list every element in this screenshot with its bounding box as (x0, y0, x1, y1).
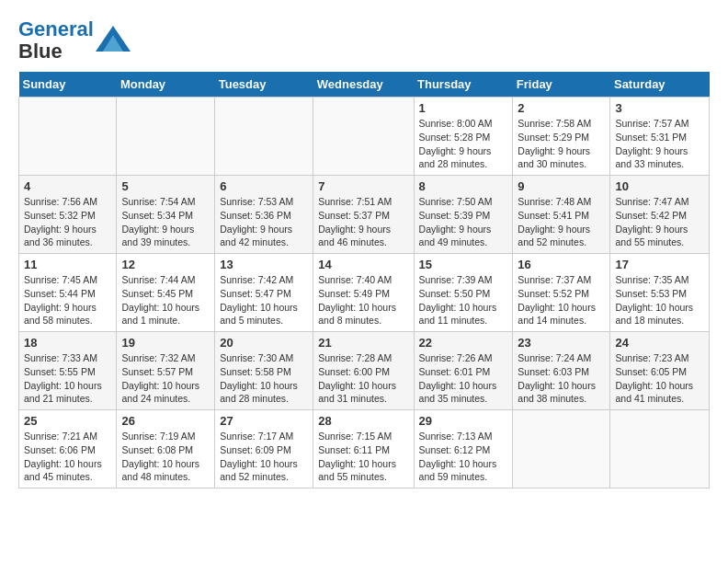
day-info: Sunrise: 7:42 AM Sunset: 5:47 PM Dayligh… (220, 273, 308, 327)
calendar-cell: 1Sunrise: 8:00 AM Sunset: 5:28 PM Daylig… (414, 98, 513, 176)
calendar-cell: 29Sunrise: 7:13 AM Sunset: 6:12 PM Dayli… (414, 410, 513, 488)
calendar-cell: 3Sunrise: 7:57 AM Sunset: 5:31 PM Daylig… (610, 98, 710, 176)
calendar-cell: 11Sunrise: 7:45 AM Sunset: 5:44 PM Dayli… (19, 254, 117, 332)
day-info: Sunrise: 7:47 AM Sunset: 5:42 PM Dayligh… (615, 195, 704, 249)
day-info: Sunrise: 7:37 AM Sunset: 5:52 PM Dayligh… (518, 273, 605, 327)
calendar-cell: 7Sunrise: 7:51 AM Sunset: 5:37 PM Daylig… (313, 176, 414, 254)
column-header-monday: Monday (117, 72, 215, 98)
day-info: Sunrise: 7:32 AM Sunset: 5:57 PM Dayligh… (121, 351, 210, 406)
logo: General Blue (18, 18, 131, 63)
day-info: Sunrise: 7:39 AM Sunset: 5:50 PM Dayligh… (419, 273, 508, 327)
page-header: General Blue (18, 18, 710, 63)
calendar-cell: 21Sunrise: 7:28 AM Sunset: 6:00 PM Dayli… (313, 332, 414, 410)
day-info: Sunrise: 7:17 AM Sunset: 6:09 PM Dayligh… (220, 430, 308, 484)
day-number: 20 (220, 336, 308, 350)
day-number: 16 (518, 258, 605, 271)
column-header-tuesday: Tuesday (215, 72, 313, 98)
day-info: Sunrise: 7:57 AM Sunset: 5:31 PM Dayligh… (615, 117, 704, 171)
day-info: Sunrise: 7:50 AM Sunset: 5:39 PM Dayligh… (419, 195, 508, 249)
logo-icon (96, 26, 131, 52)
day-number: 12 (121, 258, 210, 271)
day-info: Sunrise: 8:00 AM Sunset: 5:28 PM Dayligh… (419, 117, 508, 171)
calendar-cell: 6Sunrise: 7:53 AM Sunset: 5:36 PM Daylig… (215, 176, 313, 254)
column-header-wednesday: Wednesday (313, 72, 414, 98)
calendar-cell: 15Sunrise: 7:39 AM Sunset: 5:50 PM Dayli… (414, 254, 513, 332)
calendar-cell (19, 98, 117, 176)
day-number: 15 (419, 258, 508, 271)
column-header-friday: Friday (513, 72, 610, 98)
calendar-cell: 4Sunrise: 7:56 AM Sunset: 5:32 PM Daylig… (19, 176, 117, 254)
day-number: 27 (220, 414, 308, 428)
calendar-cell (313, 98, 414, 176)
day-number: 4 (24, 179, 111, 193)
day-info: Sunrise: 7:21 AM Sunset: 6:06 PM Dayligh… (24, 430, 111, 484)
calendar-table: SundayMondayTuesdayWednesdayThursdayFrid… (18, 72, 710, 488)
day-info: Sunrise: 7:51 AM Sunset: 5:37 PM Dayligh… (318, 195, 408, 249)
day-number: 11 (24, 258, 111, 271)
column-header-sunday: Sunday (19, 72, 117, 98)
day-info: Sunrise: 7:35 AM Sunset: 5:53 PM Dayligh… (615, 273, 704, 327)
calendar-cell: 28Sunrise: 7:15 AM Sunset: 6:11 PM Dayli… (313, 410, 414, 488)
day-number: 25 (24, 414, 111, 428)
day-number: 14 (318, 258, 408, 271)
column-header-thursday: Thursday (414, 72, 513, 98)
day-number: 17 (615, 258, 704, 271)
calendar-cell: 19Sunrise: 7:32 AM Sunset: 5:57 PM Dayli… (117, 332, 215, 410)
calendar-cell: 17Sunrise: 7:35 AM Sunset: 5:53 PM Dayli… (610, 254, 710, 332)
day-info: Sunrise: 7:56 AM Sunset: 5:32 PM Dayligh… (24, 195, 111, 249)
calendar-cell: 20Sunrise: 7:30 AM Sunset: 5:58 PM Dayli… (215, 332, 313, 410)
day-number: 28 (318, 414, 408, 428)
calendar-cell (513, 410, 610, 488)
day-number: 6 (220, 179, 308, 193)
day-number: 5 (121, 179, 210, 193)
day-info: Sunrise: 7:44 AM Sunset: 5:45 PM Dayligh… (121, 273, 210, 327)
calendar-cell: 8Sunrise: 7:50 AM Sunset: 5:39 PM Daylig… (414, 176, 513, 254)
day-number: 24 (615, 336, 704, 350)
calendar-cell: 12Sunrise: 7:44 AM Sunset: 5:45 PM Dayli… (117, 254, 215, 332)
day-info: Sunrise: 7:24 AM Sunset: 6:03 PM Dayligh… (518, 351, 605, 406)
day-number: 19 (121, 336, 210, 350)
calendar-cell: 26Sunrise: 7:19 AM Sunset: 6:08 PM Dayli… (117, 410, 215, 488)
calendar-week-row: 18Sunrise: 7:33 AM Sunset: 5:55 PM Dayli… (19, 332, 710, 410)
day-info: Sunrise: 7:13 AM Sunset: 6:12 PM Dayligh… (419, 430, 508, 484)
day-info: Sunrise: 7:30 AM Sunset: 5:58 PM Dayligh… (220, 351, 308, 406)
calendar-cell: 24Sunrise: 7:23 AM Sunset: 6:05 PM Dayli… (610, 332, 710, 410)
calendar-week-row: 1Sunrise: 8:00 AM Sunset: 5:28 PM Daylig… (19, 98, 710, 176)
day-info: Sunrise: 7:58 AM Sunset: 5:29 PM Dayligh… (518, 117, 605, 171)
day-number: 23 (518, 336, 605, 350)
day-info: Sunrise: 7:40 AM Sunset: 5:49 PM Dayligh… (318, 273, 408, 327)
day-number: 10 (615, 179, 704, 193)
day-number: 8 (419, 179, 508, 193)
calendar-cell: 9Sunrise: 7:48 AM Sunset: 5:41 PM Daylig… (513, 176, 610, 254)
calendar-header-row: SundayMondayTuesdayWednesdayThursdayFrid… (19, 72, 710, 98)
calendar-cell: 22Sunrise: 7:26 AM Sunset: 6:01 PM Dayli… (414, 332, 513, 410)
day-info: Sunrise: 7:19 AM Sunset: 6:08 PM Dayligh… (121, 430, 210, 484)
day-number: 13 (220, 258, 308, 271)
calendar-cell: 2Sunrise: 7:58 AM Sunset: 5:29 PM Daylig… (513, 98, 610, 176)
calendar-cell: 10Sunrise: 7:47 AM Sunset: 5:42 PM Dayli… (610, 176, 710, 254)
day-info: Sunrise: 7:33 AM Sunset: 5:55 PM Dayligh… (24, 351, 111, 406)
day-number: 26 (121, 414, 210, 428)
calendar-cell: 27Sunrise: 7:17 AM Sunset: 6:09 PM Dayli… (215, 410, 313, 488)
logo-text: General Blue (18, 18, 94, 63)
calendar-cell: 14Sunrise: 7:40 AM Sunset: 5:49 PM Dayli… (313, 254, 414, 332)
day-number: 22 (419, 336, 508, 350)
day-number: 18 (24, 336, 111, 350)
day-number: 1 (419, 101, 508, 115)
calendar-cell: 23Sunrise: 7:24 AM Sunset: 6:03 PM Dayli… (513, 332, 610, 410)
calendar-week-row: 11Sunrise: 7:45 AM Sunset: 5:44 PM Dayli… (19, 254, 710, 332)
day-number: 2 (518, 101, 605, 115)
calendar-cell: 18Sunrise: 7:33 AM Sunset: 5:55 PM Dayli… (19, 332, 117, 410)
day-info: Sunrise: 7:45 AM Sunset: 5:44 PM Dayligh… (24, 273, 111, 327)
calendar-cell: 13Sunrise: 7:42 AM Sunset: 5:47 PM Dayli… (215, 254, 313, 332)
calendar-week-row: 25Sunrise: 7:21 AM Sunset: 6:06 PM Dayli… (19, 410, 710, 488)
day-info: Sunrise: 7:54 AM Sunset: 5:34 PM Dayligh… (121, 195, 210, 249)
day-info: Sunrise: 7:26 AM Sunset: 6:01 PM Dayligh… (419, 351, 508, 406)
calendar-cell: 5Sunrise: 7:54 AM Sunset: 5:34 PM Daylig… (117, 176, 215, 254)
calendar-cell: 25Sunrise: 7:21 AM Sunset: 6:06 PM Dayli… (19, 410, 117, 488)
calendar-cell (610, 410, 710, 488)
day-info: Sunrise: 7:23 AM Sunset: 6:05 PM Dayligh… (615, 351, 704, 406)
day-number: 9 (518, 179, 605, 193)
column-header-saturday: Saturday (610, 72, 710, 98)
day-number: 21 (318, 336, 408, 350)
